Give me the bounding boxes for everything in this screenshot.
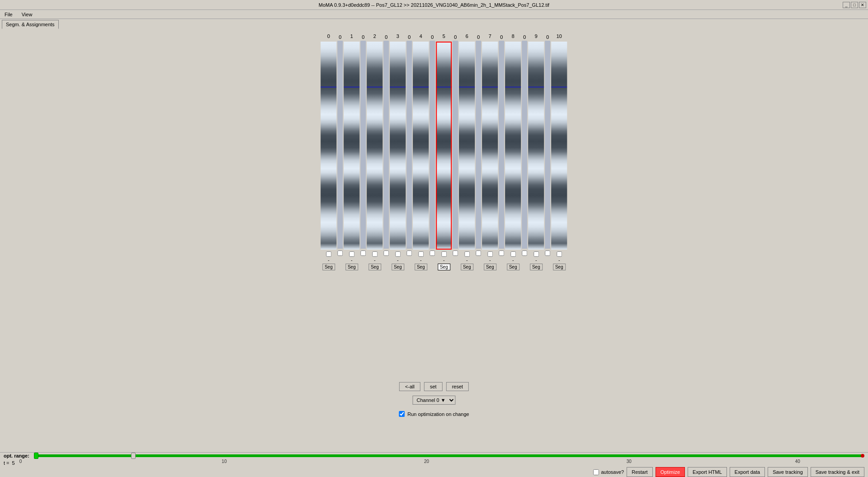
channel-label-1: 1 bbox=[350, 33, 353, 41]
channel-col-3[interactable]: 3 - Seg bbox=[390, 33, 406, 270]
sep-checkbox-6[interactable] bbox=[476, 250, 481, 256]
set-button[interactable]: set bbox=[424, 382, 443, 391]
left-all-button[interactable]: <-all bbox=[399, 382, 420, 391]
channel-img-wrapper-1[interactable] bbox=[344, 42, 359, 250]
menu-view[interactable]: View bbox=[19, 11, 35, 18]
action-bar: <-all set reset bbox=[399, 382, 469, 391]
sep-checkbox-4[interactable] bbox=[429, 250, 435, 256]
sep-checkbox-1[interactable] bbox=[360, 250, 366, 256]
channel-minus-4: - bbox=[420, 258, 421, 263]
channel-col-1[interactable]: 1 - Seg bbox=[344, 33, 359, 270]
channel-img-wrapper-8[interactable] bbox=[505, 42, 521, 250]
channel-seg-btn-1[interactable]: Seg bbox=[345, 264, 358, 270]
autosave-checkbox[interactable] bbox=[593, 469, 599, 475]
optimize-button[interactable]: Optimize bbox=[656, 467, 685, 477]
menu-bar: File View bbox=[0, 10, 868, 19]
channel-img-wrapper-0[interactable] bbox=[321, 42, 336, 250]
channel-img-wrapper-3[interactable] bbox=[390, 42, 406, 250]
channel-seg-btn-5[interactable]: Seg bbox=[438, 264, 450, 270]
sep-controls-8 bbox=[522, 250, 527, 256]
channel-checkbox-4[interactable] bbox=[418, 251, 424, 257]
channel-img-wrapper-2[interactable] bbox=[367, 42, 382, 250]
channel-controls-9: - Seg bbox=[530, 251, 542, 270]
channel-seg-btn-0[interactable]: Seg bbox=[322, 264, 335, 270]
close-button[interactable]: ✕ bbox=[859, 2, 866, 8]
channel-col-9[interactable]: 9 - Seg bbox=[528, 33, 544, 270]
channel-col-0[interactable]: 0 - Seg bbox=[321, 33, 336, 270]
sep-img-0 bbox=[337, 41, 343, 249]
channel-seg-btn-4[interactable]: Seg bbox=[415, 264, 427, 270]
minimize-button[interactable]: _ bbox=[843, 2, 850, 8]
channel-col-8[interactable]: 8 - Seg bbox=[505, 33, 521, 270]
opt-range-label: opt. range: bbox=[4, 453, 29, 458]
channel-checkbox-8[interactable] bbox=[510, 251, 516, 257]
sep-col-2: 0 bbox=[382, 33, 390, 256]
channel-col-6[interactable]: 6 - Seg bbox=[459, 33, 475, 270]
sep-checkbox-2[interactable] bbox=[383, 250, 389, 256]
range-track[interactable] bbox=[34, 454, 863, 457]
channel-seg-btn-3[interactable]: Seg bbox=[392, 264, 404, 270]
channel-col-10[interactable]: 10 - Seg bbox=[551, 33, 567, 270]
range-thumb-left[interactable] bbox=[34, 453, 38, 459]
sep-label-5: 0 bbox=[454, 33, 457, 41]
channel-img-wrapper-6[interactable] bbox=[459, 42, 475, 250]
channel-checkbox-5[interactable] bbox=[441, 251, 447, 257]
sep-checkbox-0[interactable] bbox=[337, 250, 343, 256]
range-thumb-mid[interactable] bbox=[131, 453, 136, 459]
sep-checkbox-9[interactable] bbox=[545, 250, 550, 256]
export-data-button[interactable]: Export data bbox=[730, 467, 765, 477]
channel-img-3 bbox=[390, 42, 406, 250]
opt-range-row: opt. range: bbox=[0, 453, 868, 459]
sep-checkbox-5[interactable] bbox=[453, 250, 458, 256]
channel-controls-7: - Seg bbox=[484, 251, 496, 270]
tab-segm-assignments[interactable]: Segm. & Assignments bbox=[2, 20, 59, 29]
sep-checkbox-3[interactable] bbox=[406, 250, 412, 256]
channel-checkbox-1[interactable] bbox=[349, 251, 354, 257]
channel-minus-9: - bbox=[535, 258, 537, 263]
channel-checkbox-6[interactable] bbox=[464, 251, 470, 257]
channel-seg-btn-10[interactable]: Seg bbox=[553, 264, 566, 270]
channel-img-wrapper-9[interactable] bbox=[528, 42, 544, 250]
sep-controls-5 bbox=[453, 250, 458, 256]
channel-checkbox-9[interactable] bbox=[533, 251, 539, 257]
channel-img-wrapper-10[interactable] bbox=[551, 42, 567, 250]
channel-seg-btn-6[interactable]: Seg bbox=[461, 264, 473, 270]
save-tracking-button[interactable]: Save tracking bbox=[768, 467, 808, 477]
timeline-row: t = 5 0 10 20 30 40 bbox=[0, 459, 868, 467]
channel-col-2[interactable]: 2 - Seg bbox=[367, 33, 382, 270]
channel-img-wrapper-5[interactable] bbox=[436, 42, 452, 250]
sep-controls-7 bbox=[499, 250, 504, 256]
channel-img-8 bbox=[505, 42, 521, 250]
channel-checkbox-10[interactable] bbox=[557, 251, 562, 257]
sep-checkbox-8[interactable] bbox=[522, 250, 527, 256]
maximize-button[interactable]: □ bbox=[851, 2, 858, 8]
channel-seg-btn-9[interactable]: Seg bbox=[530, 264, 542, 270]
channel-checkbox-7[interactable] bbox=[487, 251, 493, 257]
channel-col-4[interactable]: 4 - Seg bbox=[413, 33, 429, 270]
channel-seg-btn-2[interactable]: Seg bbox=[368, 264, 381, 270]
export-html-button[interactable]: Export HTML bbox=[688, 467, 727, 477]
sep-checkbox-7[interactable] bbox=[499, 250, 504, 256]
channel-dropdown[interactable]: Channel 0 ▼ Channel 1 Channel 2 bbox=[413, 396, 456, 405]
sep-img-5 bbox=[453, 41, 458, 249]
title-bar-buttons: _ □ ✕ bbox=[843, 2, 866, 8]
channel-checkbox-2[interactable] bbox=[372, 251, 377, 257]
channel-col-5[interactable]: 5 - Seg bbox=[436, 33, 452, 270]
channel-checkbox-0[interactable] bbox=[326, 251, 331, 257]
reset-button[interactable]: reset bbox=[446, 382, 469, 391]
sep-img-4 bbox=[429, 41, 435, 249]
channel-seg-btn-8[interactable]: Seg bbox=[507, 264, 519, 270]
channel-img-wrapper-7[interactable] bbox=[482, 42, 498, 250]
sep-col-1: 0 bbox=[359, 33, 367, 256]
channel-img-wrapper-4[interactable] bbox=[413, 42, 429, 250]
channel-minus-1: - bbox=[351, 258, 352, 263]
save-tracking-exit-button[interactable]: Save tracking & exit bbox=[811, 467, 864, 477]
run-optimization-checkbox[interactable] bbox=[399, 411, 405, 417]
channel-checkbox-3[interactable] bbox=[395, 251, 401, 257]
channel-seg-btn-7[interactable]: Seg bbox=[484, 264, 496, 270]
restart-button[interactable]: Restart bbox=[627, 467, 652, 477]
tick-30: 30 bbox=[627, 459, 632, 464]
menu-file[interactable]: File bbox=[2, 11, 15, 18]
channel-col-7[interactable]: 7 - Seg bbox=[482, 33, 498, 270]
channel-select-bar: Channel 0 ▼ Channel 1 Channel 2 bbox=[413, 396, 456, 405]
